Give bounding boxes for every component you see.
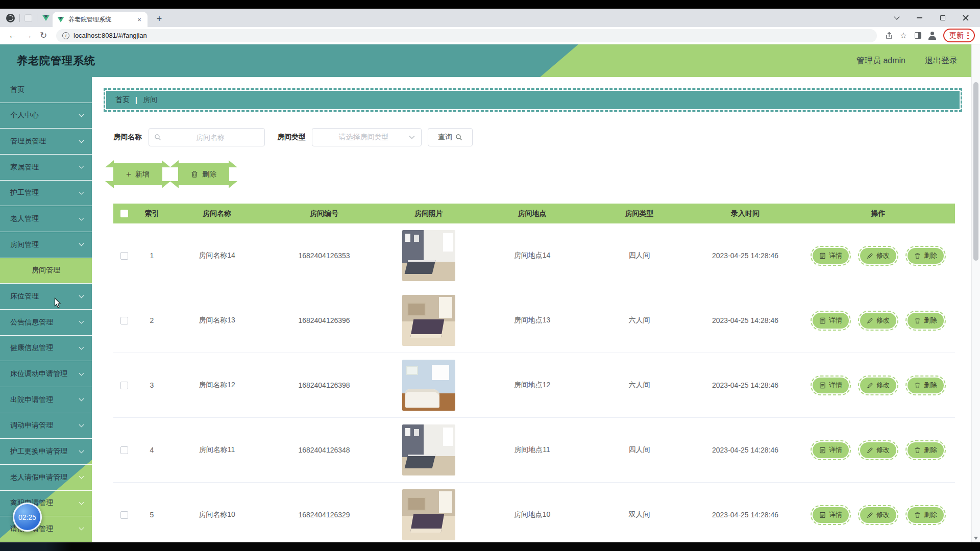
window-close-button[interactable] [954, 9, 977, 27]
row-checkbox[interactable] [120, 446, 128, 454]
cell-actions: 详情修改删除 [801, 223, 955, 288]
detail-button[interactable]: 详情 [813, 313, 849, 329]
sidebar-item[interactable]: 护工更换申请管理 [0, 439, 92, 465]
tab-close-icon[interactable]: × [135, 15, 143, 23]
chevron-down-icon [79, 112, 84, 117]
sidebar-item[interactable]: 床位管理 [0, 284, 92, 310]
action-label: 删除 [924, 381, 937, 390]
new-tab-button[interactable]: + [154, 13, 165, 24]
sidebar-item[interactable]: 护工管理 [0, 181, 92, 207]
sidebar-item-label: 家属管理 [10, 163, 39, 172]
detail-icon [819, 317, 826, 324]
row-checkbox[interactable] [120, 317, 128, 324]
sidebar-item[interactable]: 老人请假申请管理 [0, 465, 92, 491]
delete-row-button[interactable]: 删除 [908, 442, 944, 458]
column-header: 索引 [135, 204, 168, 223]
chevron-down-icon [79, 215, 84, 220]
reload-button[interactable]: ↻ [36, 30, 51, 41]
action-label: 删除 [924, 510, 937, 519]
chevron-down-icon [79, 370, 84, 375]
sidebar-item[interactable]: 首页 [0, 77, 92, 103]
sidebar-item-label: 公告信息管理 [10, 318, 53, 327]
row-checkbox[interactable] [120, 252, 128, 260]
column-header: 房间编号 [265, 204, 383, 223]
vue-devtools-icon[interactable] [42, 15, 50, 20]
tab-title: 养老院管理系统 [68, 15, 132, 24]
room-type-select[interactable]: 请选择房间类型 [312, 128, 422, 146]
browser-tab[interactable]: 养老院管理系统 × [53, 12, 148, 27]
bookmark-star-icon[interactable]: ☆ [896, 31, 911, 40]
cell-index: 5 [135, 483, 168, 542]
cell-index: 4 [135, 418, 168, 482]
search-button[interactable]: 查询 [428, 128, 473, 146]
chevron-down-icon [79, 241, 84, 246]
row-checkbox[interactable] [120, 382, 128, 389]
sidebar-item-label: 房间管理 [32, 266, 60, 275]
sidebar-item[interactable]: 健康信息管理 [0, 336, 92, 362]
cell-room-number: 1682404126329 [265, 483, 383, 542]
split-screen-icon[interactable] [911, 32, 925, 39]
sidebar-item[interactable]: 老人管理 [0, 206, 92, 232]
edit-button[interactable]: 修改 [860, 248, 896, 264]
action-label: 修改 [876, 445, 890, 455]
delete-button[interactable]: 删除 [178, 163, 229, 185]
back-button[interactable]: ← [5, 31, 20, 41]
share-icon[interactable] [882, 32, 896, 40]
detail-button[interactable]: 详情 [813, 248, 849, 264]
sidebar-item[interactable]: 调动申请管理 [0, 413, 92, 439]
cell-room-type: 双人间 [590, 483, 689, 542]
sidebar-item[interactable]: 个人中心 [0, 103, 92, 129]
browser-tab-bar: 养老院管理系统 × + [0, 9, 980, 27]
breadcrumb-home[interactable]: 首页 [115, 95, 130, 105]
address-bar[interactable]: i localhost:8081/#/fangjian [56, 29, 877, 42]
profile-avatar-icon[interactable] [925, 32, 939, 40]
extension-icon[interactable] [24, 14, 32, 22]
sidebar-item-label: 出院申请管理 [10, 395, 53, 405]
cell-actions: 详情修改删除 [801, 353, 955, 417]
sidebar-item[interactable]: 房间管理 [0, 232, 92, 258]
browser-profile-icon[interactable] [6, 14, 15, 22]
room-photo [402, 489, 455, 540]
tab-search-icon[interactable] [885, 9, 908, 27]
delete-row-button[interactable]: 删除 [908, 378, 944, 393]
sidebar-item[interactable]: 管理员管理 [0, 129, 92, 155]
edit-button[interactable]: 修改 [860, 442, 896, 458]
action-label: 详情 [829, 316, 842, 325]
breadcrumb-separator: | [135, 96, 137, 104]
scrollbar[interactable] [971, 44, 980, 542]
cell-room-photo [383, 418, 475, 482]
delete-row-button[interactable]: 删除 [908, 248, 944, 264]
edit-button[interactable]: 修改 [860, 313, 896, 329]
site-info-icon[interactable]: i [62, 32, 69, 39]
sidebar-subitem-active[interactable]: 房间管理 [0, 258, 92, 284]
delete-row-button[interactable]: 删除 [908, 507, 944, 523]
scrollbar-thumb[interactable] [973, 82, 978, 261]
browser-update-button[interactable]: 更新 [943, 29, 975, 42]
sidebar-item[interactable]: 家属管理 [0, 155, 92, 181]
detail-button[interactable]: 详情 [813, 507, 849, 523]
table-row: 1房间名称141682404126353房间地点14四人间2023-04-25 … [113, 223, 955, 288]
window-restore-button[interactable] [931, 9, 954, 27]
row-checkbox-cell [113, 418, 135, 482]
scrollbar-down-icon[interactable] [974, 537, 978, 540]
window-minimize-button[interactable] [908, 9, 931, 27]
app-title: 养老院管理系统 [17, 54, 95, 68]
edit-button[interactable]: 修改 [860, 507, 896, 523]
sidebar-item[interactable]: 公告信息管理 [0, 310, 92, 336]
browser-menu-icon[interactable] [967, 32, 969, 39]
delete-row-button[interactable]: 删除 [908, 313, 944, 329]
cell-actions: 详情修改删除 [801, 288, 955, 353]
detail-button[interactable]: 详情 [813, 442, 849, 458]
action-label: 详情 [829, 381, 842, 390]
room-name-input[interactable] [161, 133, 259, 141]
edit-button[interactable]: 修改 [860, 378, 896, 393]
add-button[interactable]: + 新增 [113, 163, 162, 185]
detail-button[interactable]: 详情 [813, 378, 849, 393]
sidebar-item[interactable]: 出院申请管理 [0, 387, 92, 413]
select-all-checkbox[interactable] [120, 210, 128, 217]
sidebar-item[interactable]: 床位调动申请管理 [0, 361, 92, 387]
chevron-down-icon [79, 293, 84, 298]
row-checkbox[interactable] [120, 511, 128, 519]
logout-link[interactable]: 退出登录 [925, 56, 958, 66]
action-label: 详情 [829, 445, 842, 455]
